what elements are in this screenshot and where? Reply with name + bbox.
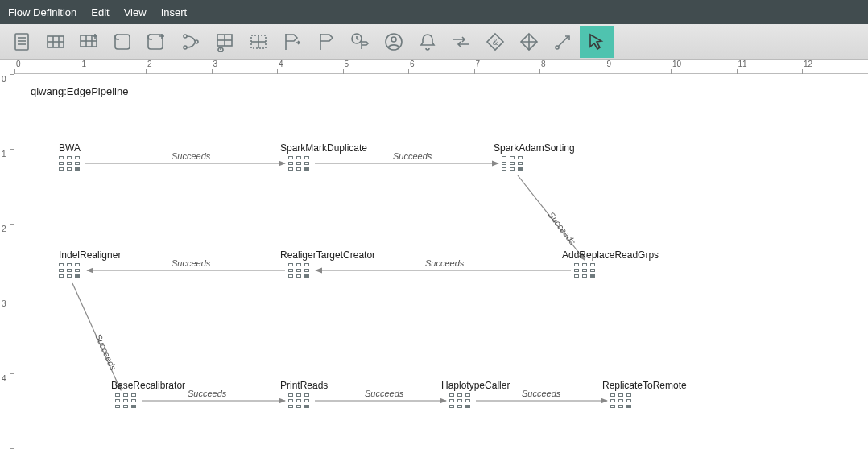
node-icon-bwa[interactable]	[59, 156, 83, 174]
flag-icon[interactable]	[309, 26, 343, 58]
node-label-printreads[interactable]: PrintReads	[280, 380, 328, 391]
scroll-data-icon[interactable]	[140, 26, 174, 58]
grid-marker-icon[interactable]	[208, 26, 242, 58]
menu-flow-definition[interactable]: Flow Definition	[8, 6, 76, 19]
edge-label: Succeeds	[188, 389, 227, 398]
node-icon-sparkmarkduplicate[interactable]	[288, 156, 312, 174]
edge-label: Succeeds	[172, 258, 211, 268]
swap-icon[interactable]	[444, 26, 478, 58]
svg-point-23	[391, 37, 396, 42]
diamond-and-icon[interactable]: &	[478, 26, 512, 58]
node-label-baserecalibrator[interactable]: BaseRecalibrator	[111, 380, 185, 391]
node-icon-addreplacereadgrps[interactable]	[574, 263, 598, 281]
branch-icon[interactable]	[174, 26, 208, 58]
node-label-replicatetoremote[interactable]: ReplicateToRemote	[602, 380, 687, 391]
menu-bar: Flow DefinitionEditViewInsert	[0, 0, 868, 24]
node-icon-printreads[interactable]	[288, 393, 312, 411]
cursor-icon[interactable]	[580, 26, 614, 58]
ruler-vertical: 012345	[0, 74, 14, 449]
edge-SparkAdamSorting-AddReplaceReadGrps[interactable]	[518, 175, 585, 260]
edge-label: Succeeds	[522, 389, 561, 398]
node-label-realigertargetcreator[interactable]: RealigerTargetCreator	[280, 249, 375, 261]
flag-forward-icon[interactable]	[275, 26, 309, 58]
document-icon[interactable]	[5, 26, 39, 58]
node-icon-realigertargetcreator[interactable]	[288, 263, 312, 281]
ruler-horizontal: 012345678910111213	[14, 60, 868, 74]
node-icon-haplotypecaller[interactable]	[449, 393, 473, 411]
node-label-addreplacereadgrps[interactable]: AddReplaceReadGrps	[562, 249, 659, 261]
clock-flag-icon[interactable]	[343, 26, 377, 58]
node-label-indelrealigner[interactable]: IndelRealigner	[59, 249, 121, 261]
bell-icon[interactable]	[411, 26, 444, 58]
node-icon-sparkadamsorting[interactable]	[502, 156, 526, 174]
grid-icon[interactable]	[39, 26, 72, 58]
toolbar: &	[0, 24, 868, 60]
svg-point-12	[184, 35, 187, 38]
menu-insert[interactable]: Insert	[161, 6, 188, 19]
node-icon-indelrealigner[interactable]	[59, 263, 83, 281]
grid-outline-icon[interactable]	[242, 26, 275, 58]
node-label-bwa[interactable]: BWA	[59, 142, 81, 154]
flow-edges: SucceedsSucceedsSucceedsSucceedsSucceeds…	[14, 74, 868, 449]
node-icon-replicatetoremote[interactable]	[610, 393, 634, 411]
menu-view[interactable]: View	[124, 6, 147, 19]
node-label-sparkadamsorting[interactable]: SparkAdamSorting	[494, 142, 575, 154]
node-label-haplotypecaller[interactable]: HaplotypeCaller	[441, 380, 510, 391]
svg-point-13	[184, 46, 187, 49]
edge-label: Succeeds	[172, 151, 211, 161]
connector-icon[interactable]	[546, 26, 580, 58]
edge-label: Succeeds	[365, 389, 404, 398]
diamond-split-icon[interactable]	[512, 26, 546, 58]
edge-label: Succeeds	[93, 332, 118, 372]
svg-text:&: &	[493, 38, 498, 47]
edge-label: Succeeds	[546, 210, 578, 247]
scroll-icon[interactable]	[106, 26, 140, 58]
grid-data-icon[interactable]	[72, 26, 106, 58]
node-icon-baserecalibrator[interactable]	[115, 393, 139, 411]
svg-rect-0	[15, 34, 28, 50]
edge-label: Succeeds	[425, 258, 465, 268]
node-label-sparkmarkduplicate[interactable]: SparkMarkDuplicate	[280, 142, 367, 154]
flow-title: qiwang:EdgePipeline	[31, 85, 128, 97]
menu-edit[interactable]: Edit	[91, 6, 109, 19]
user-circle-icon[interactable]	[377, 26, 411, 58]
edge-IndelRealigner-BaseRecalibrator[interactable]	[72, 283, 121, 390]
edge-label: Succeeds	[393, 151, 432, 161]
flow-canvas[interactable]: qiwang:EdgePipeline SucceedsSucceedsSucc…	[14, 74, 868, 449]
